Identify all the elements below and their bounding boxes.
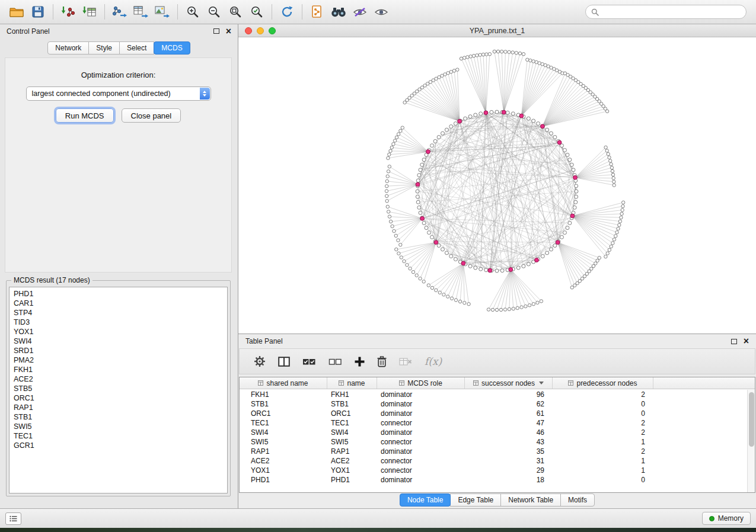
mcds-result-item[interactable]: STB5 [14,384,223,393]
show-columns-button[interactable] [278,357,290,367]
tab-motifs[interactable]: Motifs [560,493,595,507]
tab-mcds[interactable]: MCDS [154,41,190,55]
scrollbar-thumb[interactable] [749,392,754,447]
status-bar: Memory [0,508,756,528]
mcds-result-item[interactable]: CAR1 [14,299,223,308]
criterion-select[interactable]: largest connected component (undirected) [26,86,211,101]
cell-predecessor-nodes: 0 [553,476,653,484]
table-header-row: shared namenameMCDS rolesuccessor nodesp… [240,377,755,389]
table-scrollbar[interactable] [747,390,755,492]
mcds-result-item[interactable]: RAP1 [14,403,223,412]
mcds-result-list[interactable]: PHD1CAR1STP4TID3YOX1SWI4SRD1PMA2FKH1ACE2… [9,287,228,493]
mcds-result-item[interactable]: PHD1 [14,289,223,299]
column-type-icon [258,380,263,386]
zoom-in-button[interactable] [182,2,203,21]
cell-mcds-role: dominator [377,409,465,418]
table-row[interactable]: TEC1TEC1connector472 [240,418,747,428]
mcds-result-item[interactable]: STB1 [14,412,223,422]
checked-boxes-icon [302,357,316,366]
close-panel-icon[interactable]: × [226,27,231,36]
deselect-all-button[interactable] [328,357,342,366]
mcds-result-item[interactable]: FKH1 [14,365,223,374]
mcds-result-item[interactable]: TID3 [14,318,223,327]
table-row[interactable]: STB1STB1dominator620 [240,399,747,409]
table-row[interactable]: YOX1YOX1connector291 [240,466,747,475]
column-header-shared-name[interactable]: shared name [240,377,327,389]
tab-style[interactable]: Style [88,41,120,55]
cell-successor-nodes: 18 [465,476,553,484]
mcds-result-item[interactable]: SWI4 [14,336,223,346]
select-all-button[interactable] [302,357,316,366]
export-table-button[interactable] [130,2,152,21]
mcds-result-item[interactable]: SRD1 [14,346,223,355]
zoom-selected-button[interactable] [246,2,267,21]
cell-predecessor-nodes: 1 [553,466,653,475]
mcds-result-item[interactable]: PMA2 [14,355,223,365]
hide-details-button[interactable] [349,2,371,21]
open-session-button[interactable] [6,2,27,21]
close-panel-icon[interactable]: × [744,336,749,346]
tab-network[interactable]: Network [47,41,89,55]
close-panel-button[interactable]: Close panel [122,108,181,123]
find-button[interactable] [328,2,349,21]
control-panel-title: Control Panel [7,27,50,36]
column-label: successor nodes [481,379,535,387]
zoom-selected-icon [250,5,263,18]
column-header-MCDS-role[interactable]: MCDS role [377,377,465,389]
network-canvas[interactable] [238,37,756,334]
cell-shared-name: RAP1 [240,447,327,456]
search-box[interactable] [585,5,747,19]
toolbar-separator [177,4,178,20]
mcds-result-item[interactable]: SWI5 [14,422,223,431]
table-row[interactable]: RAP1RAP1dominator352 [240,447,747,456]
mcds-result-item[interactable]: YOX1 [14,327,223,336]
refresh-button[interactable] [276,2,298,21]
tab-node-table[interactable]: Node Table [400,493,451,507]
table-row[interactable]: ORC1ORC1dominator610 [240,409,747,418]
import-network-button[interactable] [58,2,79,21]
memory-button[interactable]: Memory [702,512,751,525]
column-header-filler [653,377,755,389]
create-column-button[interactable] [355,357,365,367]
mcds-result-item[interactable]: TEC1 [14,431,223,441]
tab-select[interactable]: Select [119,41,154,55]
table-row[interactable]: SWI5SWI5connector431 [240,437,747,447]
minimize-window-icon[interactable] [257,27,264,34]
float-panel-icon[interactable] [731,339,737,344]
maximize-window-icon[interactable] [269,27,276,34]
mcds-result-item[interactable]: GCR1 [14,441,223,450]
import-table-button[interactable] [79,2,100,21]
export-image-button[interactable] [152,2,173,21]
window-controls [245,27,276,34]
column-header-successor-nodes[interactable]: successor nodes [465,377,553,389]
column-header-name[interactable]: name [327,377,377,389]
delete-column-button[interactable] [377,356,387,367]
mcds-result-item[interactable]: ORC1 [14,393,223,403]
save-session-button[interactable] [27,2,49,21]
zoom-out-button[interactable] [203,2,225,21]
cell-mcds-role: dominator [377,390,465,399]
run-mcds-button[interactable]: Run MCDS [56,108,114,123]
table-mode-button[interactable] [254,355,266,367]
table-row[interactable]: FKH1FKH1dominator962 [240,390,747,399]
zoom-fit-button[interactable] [225,2,246,21]
task-history-button[interactable] [5,512,21,525]
table-row[interactable]: PHD1PHD1dominator180 [240,475,747,485]
gear-icon [254,355,266,367]
mcds-result-item[interactable]: STP4 [14,308,223,318]
close-window-icon[interactable] [245,27,252,34]
column-header-predecessor-nodes[interactable]: predecessor nodes [553,377,653,389]
share-document-button[interactable] [307,2,328,21]
tab-network-table[interactable]: Network Table [500,493,561,507]
show-details-button[interactable] [371,2,392,21]
search-input[interactable] [602,7,741,17]
delete-table-button[interactable] [399,357,412,366]
mcds-result-item[interactable]: ACE2 [14,374,223,384]
export-network-button[interactable] [109,2,130,21]
tab-edge-table[interactable]: Edge Table [450,493,501,507]
function-builder-button[interactable]: f(x) [425,355,442,367]
float-panel-icon[interactable] [213,28,219,34]
node-table: shared namenameMCDS rolesuccessor nodesp… [239,377,755,493]
table-row[interactable]: SWI4SWI4dominator462 [240,428,747,437]
table-row[interactable]: ACE2ACE2connector311 [240,456,747,466]
